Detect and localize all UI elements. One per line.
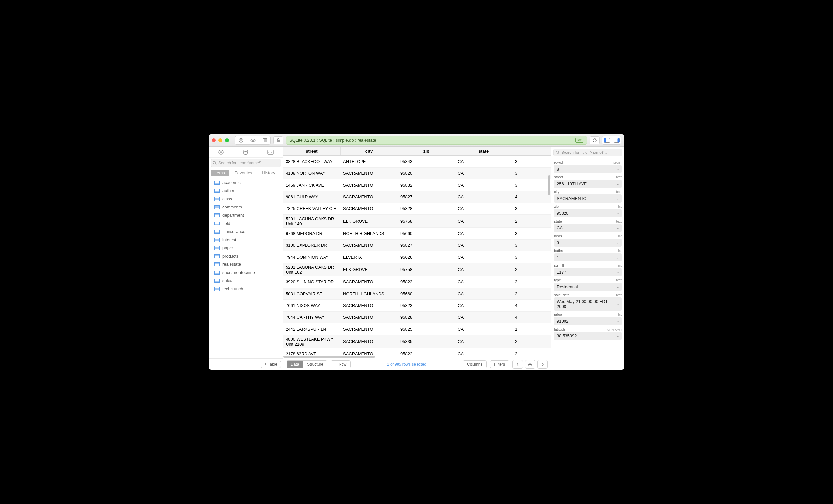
page-nav-group [513,360,548,369]
detail-value-input[interactable]: CA ⌄ [554,224,622,232]
table-row[interactable]: 6768 MEDORA DR NORTH HIGHLANDS 95660 CA … [283,228,551,240]
chevron-down-icon: ⌄ [616,302,619,306]
sidebar-search[interactable]: Search for item: ^name$... [211,159,281,167]
sidebar-item-techcrunch[interactable]: techcrunch [209,285,283,293]
horizontal-scrollbar-track[interactable] [283,355,551,358]
sidebar-item-academic[interactable]: academic [209,178,283,186]
sidebar-item-label: academic [222,180,241,185]
detail-value-input[interactable]: Residential ⌄ [554,283,622,291]
chevron-down-icon: ⌄ [616,285,619,289]
table-row[interactable]: 3828 BLACKFOOT WAY ANTELOPE 95843 CA 3 [283,156,551,168]
sidebar-item-paper[interactable]: paper [209,244,283,252]
filters-button[interactable]: Filters [490,360,509,368]
table-row[interactable]: 2178 63RD AVE SACRAMENTO 95822 CA 3 [283,348,551,355]
detail-type: int [618,205,622,208]
detail-value-input[interactable]: 2561 19TH AVE ⌄ [554,180,622,188]
maximize-window-button[interactable] [225,138,229,142]
detail-value-input[interactable]: 3 ⌄ [554,238,622,247]
columns-button[interactable]: Columns [463,360,486,368]
detail-value-input[interactable]: 38.535092 ⌄ [554,332,622,340]
detail-value-input[interactable]: 1 ⌄ [554,253,622,261]
col-header-state[interactable]: state [455,147,513,155]
sidebar-item-fl_insurance[interactable]: fl_insurance [209,227,283,236]
settings-button[interactable] [525,360,536,369]
table-row[interactable]: 3100 EXPLORER DR SACRAMENTO 95827 CA 3 [283,240,551,251]
connection-icon[interactable] [215,148,227,156]
minimize-window-button[interactable] [218,138,222,142]
table-row[interactable]: 2442 LARKSPUR LN SACRAMENTO 95825 CA 1 [283,323,551,335]
sidebar-item-sales[interactable]: sales [209,277,283,285]
sidebar-item-products[interactable]: products [209,252,283,260]
tab-history[interactable]: History [258,170,279,176]
table-row[interactable]: 7825 CREEK VALLEY CIR SACRAMENTO 95828 C… [283,203,551,215]
table-row[interactable]: 5201 LAGUNA OAKS DRUnit 140 ELK GROVE 95… [283,215,551,228]
table-row[interactable]: 5031 CORVAIR ST NORTH HIGHLANDS 95660 CA… [283,288,551,300]
sidebar-item-label: author [222,188,234,193]
sidebar-item-interest[interactable]: interest [209,236,283,244]
svg-point-12 [220,151,221,152]
prev-page-button[interactable] [513,360,523,369]
cancel-icon[interactable] [235,136,247,144]
toggle-panel-icon[interactable] [259,136,270,144]
detail-value-input[interactable]: Wed May 21 00:00:00 EDT 2008 ⌄ [554,298,622,310]
detail-search-placeholder: Search for field: ^name$... [561,150,607,155]
breadcrumb[interactable]: SQLite 3.23.1 : SQLite : simple.db : rea… [286,136,587,145]
sidebar-item-label: products [222,254,239,258]
sidebar-item-comments[interactable]: comments [209,203,283,211]
sidebar-item-field[interactable]: field [209,219,283,227]
detail-value-input[interactable]: 1177 ⌄ [554,268,622,276]
sidebar-item-class[interactable]: class [209,195,283,203]
sidebar-item-department[interactable]: department [209,211,283,219]
detail-search[interactable]: Search for field: ^name$... [553,149,622,156]
detail-fields-list: rowid integer 8 ⌄ street text 2561 19TH … [551,158,624,340]
sidebar-item-sacramentocrime[interactable]: sacramentocrime [209,268,283,277]
table-row[interactable]: 7944 DOMINION WAY ELVERTA 95626 CA 3 [283,251,551,263]
refresh-button[interactable] [590,136,599,144]
col-header-zip[interactable]: zip [398,147,455,155]
table-row[interactable]: 4108 NORTON WAY SACRAMENTO 95820 CA 3 [283,168,551,179]
table-row[interactable]: 7661 NIXOS WAY SACRAMENTO 95823 CA 4 [283,300,551,311]
detail-field-latitude: latitude unknown 38.535092 ⌄ [551,325,624,340]
col-header-city[interactable]: city [340,147,398,155]
next-page-button[interactable] [537,360,548,369]
table-row[interactable]: 7044 CARTHY WAY SACRAMENTO 95828 CA 4 [283,311,551,323]
sql-icon[interactable]: SQL [264,148,277,156]
vertical-scrollbar[interactable] [548,175,550,195]
tab-items[interactable]: Items [211,170,229,176]
eye-icon[interactable] [247,136,259,144]
close-window-button[interactable] [212,138,216,142]
table-row[interactable]: 3920 SHINING STAR DR SACRAMENTO 95823 CA… [283,276,551,288]
cell-zip: 95626 [398,255,455,259]
svg-rect-58 [215,246,220,250]
cell-city: SACRAMENTO [340,171,398,176]
cell-zip: 95822 [398,352,455,355]
right-panel-toggle[interactable] [612,136,621,144]
table-row[interactable]: 5201 LAGUNA OAKS DRUnit 162 ELK GROVE 95… [283,263,551,276]
col-header-extra[interactable] [513,147,536,155]
detail-value-input[interactable]: SACRAMENTO ⌄ [554,194,622,203]
table-row[interactable]: 1469 JANRICK AVE SACRAMENTO 95832 CA 3 [283,179,551,191]
sidebar-item-author[interactable]: author [209,186,283,195]
table-row[interactable]: 4800 WESTLAKE PKWYUnit 2109 SACRAMENTO 9… [283,335,551,348]
lock-icon[interactable] [273,136,283,144]
left-panel-toggle[interactable] [602,136,612,144]
add-table-button[interactable]: + Table [261,361,281,368]
col-header-street[interactable]: street [283,147,340,155]
view-structure-tab[interactable]: Structure [303,361,327,368]
cell-extra: 3 [513,255,536,259]
table-body[interactable]: 3828 BLACKFOOT WAY ANTELOPE 95843 CA 3 4… [283,156,551,355]
detail-field-state: state text CA ⌄ [551,217,624,232]
add-row-button[interactable]: + Row [331,360,351,368]
database-icon[interactable] [239,148,252,156]
detail-value-input[interactable]: 91002 ⌄ [554,317,622,325]
table-row[interactable]: 9861 CULP WAY SACRAMENTO 95827 CA 4 [283,191,551,203]
view-data-tab[interactable]: Data [287,361,303,368]
horizontal-scrollbar-thumb[interactable] [283,356,375,358]
detail-value-input[interactable]: 95820 ⌄ [554,209,622,217]
loc-badge: loc [575,138,584,143]
detail-value-input[interactable]: 8 ⌄ [554,165,622,173]
sidebar-item-realestate[interactable]: realestate [209,260,283,268]
cell-zip: 95828 [398,315,455,320]
tab-favorites[interactable]: Favorites [231,170,256,176]
cell-state: CA [455,303,513,308]
